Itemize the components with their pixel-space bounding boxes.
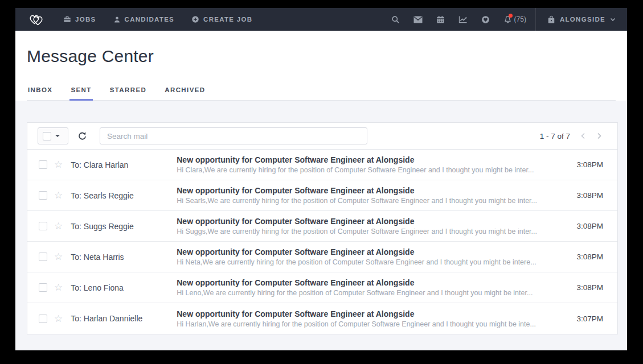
notifications-bell-icon[interactable]: (75) xyxy=(503,15,526,24)
star-icon[interactable]: ☆ xyxy=(54,160,63,169)
mail-subject: New opportunity for Computer Software En… xyxy=(177,247,568,257)
search-mail-input[interactable] xyxy=(100,127,367,144)
mail-recipient: To: Clara Harlan xyxy=(71,160,177,169)
account-menu[interactable]: ALONGSIDE xyxy=(536,8,627,31)
nav-links: JOBS CANDIDATES CREATE JOB xyxy=(63,15,252,23)
nav-link-jobs[interactable]: JOBS xyxy=(63,15,96,23)
tab-inbox[interactable]: INBOX xyxy=(27,81,54,100)
mail-time: 3:08PM xyxy=(576,160,603,169)
mail-recipient: To: Neta Harris xyxy=(71,253,177,262)
page-body: 1 - 7 of 7 ☆ To: Clara Harlan New opport… xyxy=(15,101,627,350)
mail-subject: New opportunity for Computer Software En… xyxy=(177,155,568,164)
mail-subject: New opportunity for Computer Software En… xyxy=(177,278,568,287)
envelope-icon[interactable] xyxy=(413,16,423,23)
star-icon[interactable]: ☆ xyxy=(54,283,63,292)
mail-row[interactable]: ☆ To: Harlan Dannielle New opportunity f… xyxy=(27,303,617,334)
mail-time: 3:08PM xyxy=(576,222,603,230)
mail-preview: Hi Clara,We are currently hiring for the… xyxy=(177,166,568,174)
prev-page-icon[interactable] xyxy=(579,131,587,140)
caret-down-icon xyxy=(55,135,60,137)
mail-list-card: 1 - 7 of 7 ☆ To: Clara Harlan New opport… xyxy=(27,122,618,334)
app-window: JOBS CANDIDATES CREATE JOB xyxy=(15,8,627,350)
mail-subject: New opportunity for Computer Software En… xyxy=(177,309,568,318)
star-icon[interactable]: ☆ xyxy=(54,221,63,231)
select-all-dropdown[interactable] xyxy=(38,127,68,144)
pagination-range: 1 - 7 of 7 xyxy=(540,132,570,140)
mail-time: 3:08PM xyxy=(576,253,603,261)
row-checkbox[interactable] xyxy=(39,191,47,200)
top-navbar: JOBS CANDIDATES CREATE JOB xyxy=(15,8,627,31)
nav-link-label: CANDIDATES xyxy=(125,16,175,23)
plus-circle-icon xyxy=(191,15,199,23)
nav-link-label: CREATE JOB xyxy=(203,16,252,23)
row-checkbox[interactable] xyxy=(39,315,47,323)
globe-heart-icon[interactable] xyxy=(481,15,490,24)
analytics-chart-icon[interactable] xyxy=(458,15,468,23)
briefcase-icon xyxy=(63,15,71,23)
page-header: Message Center INBOX SENT STARRED ARCHIV… xyxy=(15,31,627,101)
row-checkbox[interactable] xyxy=(39,160,47,169)
nav-utility-icons: (75) xyxy=(391,15,535,24)
calendar-icon[interactable] xyxy=(436,15,445,24)
mail-time: 3:08PM xyxy=(576,191,603,200)
mail-row[interactable]: ☆ To: Searls Reggie New opportunity for … xyxy=(27,180,617,211)
star-icon[interactable]: ☆ xyxy=(54,314,63,324)
mail-preview: Hi Neta,We are currently hiring for the … xyxy=(177,258,568,266)
account-label: ALONGSIDE xyxy=(560,16,605,23)
notification-count: (75) xyxy=(514,15,526,23)
page-title: Message Center xyxy=(27,47,616,66)
next-page-icon[interactable] xyxy=(596,131,603,140)
mail-preview: Hi Harlan,We are currently hiring for th… xyxy=(177,320,568,328)
message-tabs: INBOX SENT STARRED ARCHIVED xyxy=(27,81,616,101)
search-icon[interactable] xyxy=(391,15,400,24)
mail-time: 3:07PM xyxy=(576,315,603,323)
nav-link-create-job[interactable]: CREATE JOB xyxy=(191,15,252,23)
brand-hearts-logo-icon[interactable] xyxy=(28,11,47,27)
row-checkbox[interactable] xyxy=(39,222,47,230)
tab-archived[interactable]: ARCHIVED xyxy=(163,81,206,100)
tab-starred[interactable]: STARRED xyxy=(109,81,148,100)
company-bag-icon xyxy=(547,15,555,24)
mail-recipient: To: Leno Fiona xyxy=(71,283,177,292)
mail-row[interactable]: ☆ To: Neta Harris New opportunity for Co… xyxy=(27,242,617,272)
mail-toolbar: 1 - 7 of 7 xyxy=(27,123,617,150)
mail-row[interactable]: ☆ To: Suggs Reggie New opportunity for C… xyxy=(27,211,617,242)
row-checkbox[interactable] xyxy=(39,283,47,292)
notification-dot xyxy=(509,14,513,18)
person-icon xyxy=(113,16,121,23)
pagination: 1 - 7 of 7 xyxy=(540,131,603,140)
mail-preview: Hi Searls,We are currently hiring for th… xyxy=(177,197,568,205)
nav-link-label: JOBS xyxy=(75,16,96,23)
tab-sent[interactable]: SENT xyxy=(69,81,92,100)
mail-subject: New opportunity for Computer Software En… xyxy=(177,186,568,195)
star-icon[interactable]: ☆ xyxy=(54,191,63,200)
select-all-checkbox[interactable] xyxy=(43,132,51,140)
chevron-down-icon xyxy=(610,18,616,22)
mail-time: 3:08PM xyxy=(576,283,603,292)
star-icon[interactable]: ☆ xyxy=(54,252,63,262)
nav-link-candidates[interactable]: CANDIDATES xyxy=(113,16,175,23)
mail-row[interactable]: ☆ To: Leno Fiona New opportunity for Com… xyxy=(27,272,617,303)
mail-preview: Hi Suggs,We are currently hiring for the… xyxy=(177,228,568,235)
mail-row[interactable]: ☆ To: Clara Harlan New opportunity for C… xyxy=(27,150,617,180)
row-checkbox[interactable] xyxy=(39,253,47,261)
mail-subject: New opportunity for Computer Software En… xyxy=(177,217,568,226)
refresh-icon[interactable] xyxy=(77,131,87,141)
mail-preview: Hi Leno,We are currently hiring for the … xyxy=(177,289,568,297)
mail-recipient: To: Suggs Reggie xyxy=(71,222,177,231)
mail-recipient: To: Harlan Dannielle xyxy=(71,314,177,323)
mail-recipient: To: Searls Reggie xyxy=(71,191,177,200)
